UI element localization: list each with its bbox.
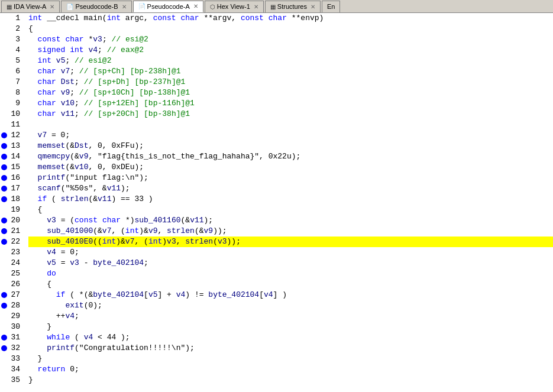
line-number-20: 20 — [9, 215, 22, 226]
code-line-34: return 0; — [28, 364, 553, 375]
breakpoint-12[interactable] — [0, 130, 8, 141]
line-number-6: 6 — [9, 66, 22, 77]
breakpoint-16[interactable] — [0, 173, 8, 183]
line-number-13: 13 — [9, 141, 22, 151]
code-line-11 — [28, 119, 553, 130]
code-line-28: exit(0); — [28, 300, 553, 311]
tab-pseudocode-b[interactable]: 📄Pseudocode-B✕ — [61, 1, 131, 12]
breakpoint-20[interactable] — [0, 215, 8, 226]
breakpoint-21[interactable] — [0, 226, 8, 237]
bp-dot — [1, 292, 7, 298]
code-line-4: signed int v4; // eax@2 — [28, 45, 553, 56]
line-number-28: 28 — [9, 300, 22, 311]
code-line-20: v3 = (const char *)sub_401160(&v11); — [28, 215, 553, 226]
breakpoint-15[interactable] — [0, 162, 8, 173]
breakpoint-26[interactable] — [0, 279, 8, 290]
line-number-31: 31 — [9, 332, 22, 343]
bp-dot — [1, 143, 7, 149]
line-number-4: 4 — [9, 45, 22, 56]
breakpoint-31[interactable] — [0, 332, 8, 343]
breakpoint-24[interactable] — [0, 258, 8, 268]
breakpoint-35[interactable] — [0, 375, 8, 385]
code-line-19: { — [28, 205, 553, 215]
code-line-3: const char *v3; // esi@2 — [28, 34, 553, 45]
breakpoint-27[interactable] — [0, 290, 8, 300]
breakpoint-6[interactable] — [0, 66, 8, 77]
code-line-8: char v9; // [sp+10Ch] [bp-138h]@1 — [28, 88, 553, 98]
breakpoint-13[interactable] — [0, 141, 8, 151]
code-line-12: v7 = 0; — [28, 130, 553, 141]
bp-dot — [1, 164, 7, 170]
breakpoint-8[interactable] — [0, 88, 8, 98]
breakpoint-33[interactable] — [0, 354, 8, 364]
breakpoint-1[interactable] — [0, 13, 8, 24]
breakpoint-29[interactable] — [0, 311, 8, 322]
breakpoint-7[interactable] — [0, 77, 8, 88]
code-line-33: } — [28, 354, 553, 364]
code-line-24: v5 = v3 - byte_402104; — [28, 258, 553, 268]
code-line-14: qmemcpy(&v9, "flag{this_is_not_the_flag_… — [28, 151, 553, 162]
breakpoint-col — [0, 13, 8, 392]
code-line-13: memset(&Dst, 0, 0xFFu); — [28, 141, 553, 151]
bp-dot — [1, 239, 7, 245]
tab-structures[interactable]: ▦Structures✕ — [265, 1, 321, 12]
code-line-27: if ( *(&byte_402104[v5] + v4) != byte_40… — [28, 290, 553, 300]
breakpoint-5[interactable] — [0, 56, 8, 66]
tab-pseudocode-a[interactable]: 📄Pseudocode-A✕ — [133, 1, 203, 12]
tab-en[interactable]: En — [322, 1, 340, 12]
line-number-3: 3 — [9, 34, 22, 45]
line-number-34: 34 — [9, 364, 22, 375]
line-number-14: 14 — [9, 151, 22, 162]
line-number-22: 22 — [9, 237, 22, 247]
breakpoint-22[interactable] — [0, 237, 8, 247]
breakpoint-10[interactable] — [0, 109, 8, 119]
tab-ida-view-a[interactable]: ▦IDA View-A✕ — [1, 1, 60, 12]
bp-dot — [1, 218, 7, 223]
code-line-15: memset(&v10, 0, 0xDEu); — [28, 162, 553, 173]
line-number-33: 33 — [9, 354, 22, 364]
breakpoint-23[interactable] — [0, 247, 8, 258]
line-number-10: 10 — [9, 109, 22, 119]
code-line-32: printf("Congratulation!!!!!\n"); — [28, 343, 553, 354]
line-number-15: 15 — [9, 162, 22, 173]
code-line-18: if ( strlen(&v11) == 33 ) — [28, 194, 553, 205]
tab-bar: ▦IDA View-A✕📄Pseudocode-B✕📄Pseudocode-A✕… — [0, 0, 553, 13]
bp-dot — [1, 303, 7, 309]
line-number-8: 8 — [9, 88, 22, 98]
line-number-7: 7 — [9, 77, 22, 88]
breakpoint-3[interactable] — [0, 34, 8, 45]
line-numbers: 1234567891011121314151617181920212223242… — [8, 13, 26, 392]
line-number-19: 19 — [9, 205, 22, 215]
breakpoint-18[interactable] — [0, 194, 8, 205]
tab-hex-view-1[interactable]: ⬡Hex View-1✕ — [205, 1, 264, 12]
breakpoint-34[interactable] — [0, 364, 8, 375]
breakpoint-25[interactable] — [0, 268, 8, 279]
bp-dot — [1, 175, 7, 181]
line-number-1: 1 — [9, 13, 22, 24]
line-number-24: 24 — [9, 258, 22, 268]
breakpoint-28[interactable] — [0, 300, 8, 311]
line-number-9: 9 — [9, 98, 22, 109]
breakpoint-17[interactable] — [0, 183, 8, 194]
code-line-26: { — [28, 279, 553, 290]
code-line-23: v4 = 0; — [28, 247, 553, 258]
line-number-2: 2 — [9, 24, 22, 34]
breakpoint-4[interactable] — [0, 45, 8, 56]
bp-dot — [1, 335, 7, 341]
bp-dot — [1, 154, 7, 160]
breakpoint-14[interactable] — [0, 151, 8, 162]
breakpoint-2[interactable] — [0, 24, 8, 34]
line-number-18: 18 — [9, 194, 22, 205]
breakpoint-32[interactable] — [0, 343, 8, 354]
code-line-31: while ( v4 < 44 ); — [28, 332, 553, 343]
breakpoint-9[interactable] — [0, 98, 8, 109]
bp-dot — [1, 132, 7, 138]
code-line-21: sub_401000(&v7, (int)&v9, strlen(&v9)); — [28, 226, 553, 237]
code-line-1: int __cdecl main(int argc, const char **… — [28, 13, 553, 24]
code-line-6: char v7; // [sp+Ch] [bp-238h]@1 — [28, 66, 553, 77]
breakpoint-19[interactable] — [0, 205, 8, 215]
breakpoint-11[interactable] — [0, 119, 8, 130]
breakpoint-30[interactable] — [0, 322, 8, 332]
code-line-10: char v11; // [sp+20Ch] [bp-38h]@1 — [28, 109, 553, 119]
line-number-21: 21 — [9, 226, 22, 237]
